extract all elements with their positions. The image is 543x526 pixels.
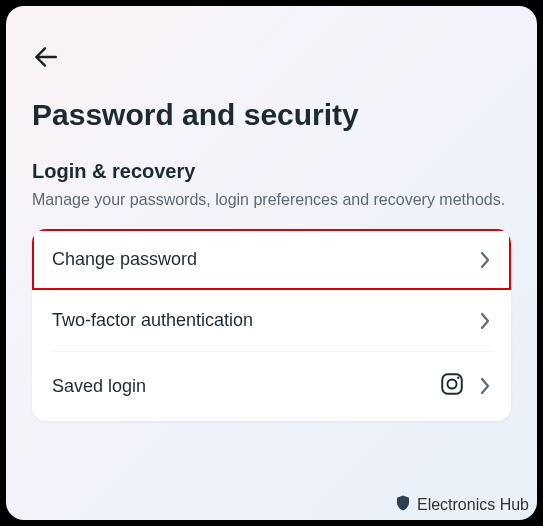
svg-point-1	[447, 380, 456, 389]
watermark: Electronics Hub	[394, 494, 529, 516]
back-button[interactable]	[32, 44, 58, 74]
section-description: Manage your passwords, login preferences…	[32, 189, 511, 211]
change-password-row[interactable]: Change password	[32, 229, 511, 290]
row-label: Change password	[52, 249, 197, 270]
arrow-left-icon	[32, 44, 58, 74]
instagram-icon	[439, 371, 465, 401]
row-label: Saved login	[52, 376, 146, 397]
options-card: Change password Two-factor authenticatio…	[32, 229, 511, 421]
chevron-right-icon	[479, 312, 491, 330]
page-title: Password and security	[32, 98, 511, 132]
chevron-right-icon	[479, 251, 491, 269]
svg-point-2	[457, 377, 459, 379]
watermark-text: Electronics Hub	[417, 496, 529, 514]
saved-login-row[interactable]: Saved login	[32, 351, 511, 421]
row-label: Two-factor authentication	[52, 310, 253, 331]
settings-screen: Password and security Login & recovery M…	[6, 6, 537, 520]
chevron-right-icon	[479, 377, 491, 395]
section-title: Login & recovery	[32, 160, 511, 183]
shield-icon	[394, 494, 412, 516]
two-factor-row[interactable]: Two-factor authentication	[32, 290, 511, 351]
